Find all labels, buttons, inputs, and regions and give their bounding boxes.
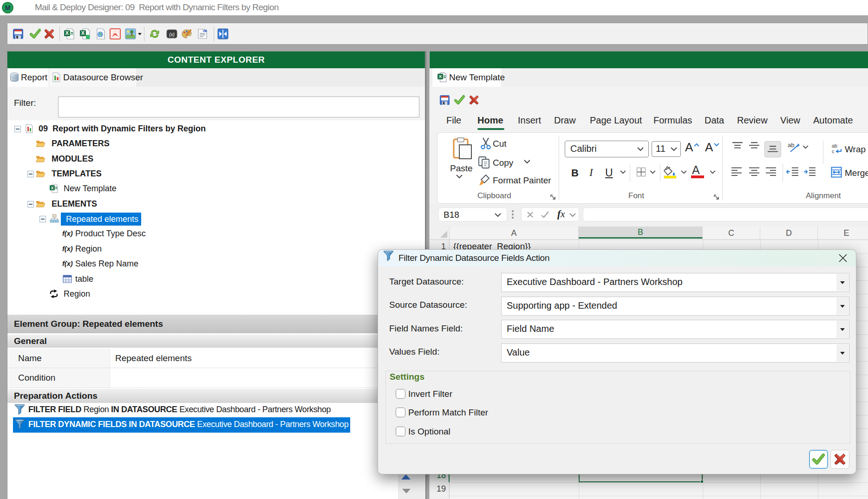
svg-text:f(x): f(x) — [62, 245, 73, 253]
svg-text:X: X — [65, 30, 69, 36]
svg-text:X: X — [439, 74, 442, 79]
svg-text:X: X — [51, 186, 53, 190]
svg-text:X: X — [81, 30, 85, 36]
svg-text:VB: VB — [202, 29, 207, 32]
svg-text:f(x): f(x) — [62, 260, 73, 267]
svg-text:M: M — [5, 4, 11, 12]
svg-text:f(x): f(x) — [62, 230, 73, 237]
svg-text:(x): (x) — [169, 32, 175, 37]
svg-text:ab: ab — [788, 142, 794, 149]
svg-text:ab: ab — [832, 143, 837, 149]
svg-text:c: c — [832, 149, 835, 154]
